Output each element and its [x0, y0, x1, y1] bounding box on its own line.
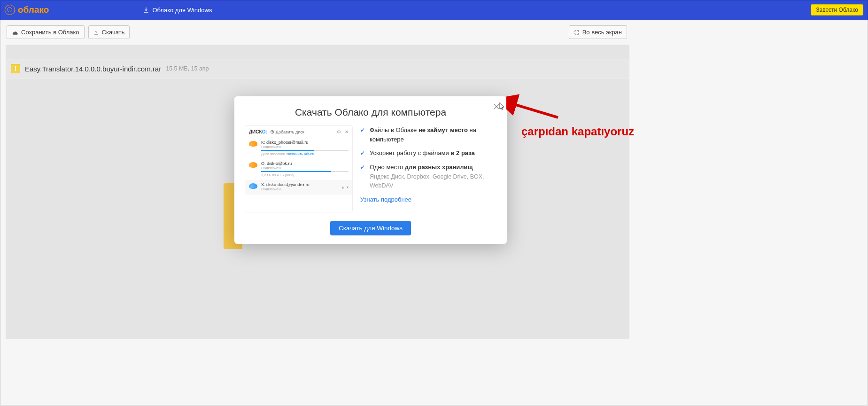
cloud-orange-icon [249, 162, 257, 168]
feature-item: Ускоряет работу с файлами в 2 раза [360, 148, 496, 158]
disko-item: K: disko_photos@mail.ru Подключен Диск з… [245, 138, 352, 159]
file-warning-icon: ! [11, 64, 20, 73]
learn-more-link[interactable]: Узнать подробнее [360, 196, 411, 203]
annotation-text: çarpıdan kapatıyoruz [521, 125, 634, 138]
download-modal: Скачать Облако для компьютера ДИСКО: Доб… [234, 96, 507, 244]
cloud-icon [12, 30, 18, 35]
fullscreen-button[interactable]: Во весь экран [569, 25, 627, 39]
save-to-cloud-label: Сохранить в Облако [21, 29, 79, 36]
feature-item: Файлы в Облаке не займут место на компью… [360, 125, 496, 144]
logo-icon [5, 5, 15, 15]
close-small-icon: ✕ [345, 129, 349, 134]
cloud-for-windows-label: Облако для Windows [152, 7, 212, 14]
file-name: Easy.Translator.14.0.0.0.buyur-indir.com… [25, 65, 161, 73]
signup-button[interactable]: Завести Облако [811, 4, 863, 16]
disko-add-disk: Добавить диск [270, 129, 304, 135]
download-label: Скачать [102, 29, 125, 36]
cloud-orange-icon [249, 141, 257, 147]
download-small-icon [93, 30, 99, 35]
disko-preview-image: ДИСКО: Добавить диск ⚙ ✕ K: disko_photos… [245, 125, 353, 212]
modal-close-button[interactable] [492, 102, 501, 111]
modal-title: Скачать Облако для компьютера [234, 96, 507, 125]
close-icon [494, 104, 499, 109]
download-icon [143, 7, 149, 13]
logo-text: облако [18, 5, 49, 15]
chevron-down-icon: ▾ [347, 185, 349, 189]
download-for-windows-button[interactable]: Скачать для Windows [330, 221, 411, 235]
download-button[interactable]: Скачать [88, 25, 130, 39]
fullscreen-icon [574, 30, 580, 35]
disko-item: O: disk-o@bk.ru Подключен 3,2 ГБ из 4 ГБ… [245, 159, 352, 180]
cloud-blue-icon [249, 183, 257, 189]
gear-icon: ⚙ [337, 129, 341, 134]
disko-item: X: disko-docs@yandex.ru Подключен ▲▾ [245, 180, 352, 195]
file-meta: 15.5 МБ, 15 апр [166, 65, 209, 72]
cloud-for-windows-link[interactable]: Облако для Windows [143, 7, 212, 14]
save-to-cloud-button[interactable]: Сохранить в Облако [7, 25, 85, 39]
file-row[interactable]: ! Easy.Translator.14.0.0.0.buyur-indir.c… [6, 59, 629, 78]
feature-item: Одно место для разных хранилищ [360, 163, 496, 172]
eject-icon: ▲ [341, 185, 345, 189]
feature-subtext: Яндекс.Диск, Dropbox, Google Drive, BOX,… [360, 172, 496, 190]
fullscreen-label: Во весь экран [582, 29, 622, 36]
disko-logo: ДИСКО: [249, 129, 267, 134]
